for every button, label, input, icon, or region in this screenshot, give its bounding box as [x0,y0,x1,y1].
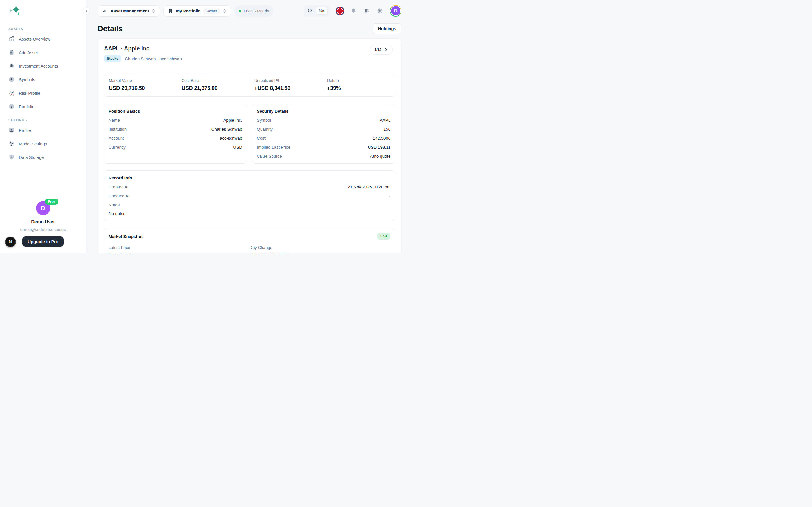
user-name: Demo User [31,219,55,224]
main-content: Asset Management My Portfolio [86,0,406,253]
kv-row-account: Account acc-schwab [109,136,242,140]
app-logo-sparkle-icon[interactable] [7,5,78,18]
sidebar-section-settings: SETTINGS [8,118,78,122]
sidebar-user-block: D Free Demo User demo@codebase.codes Upg… [8,201,78,253]
search-button[interactable]: ⌘K [304,5,329,17]
pagination-control[interactable]: 1/12 [370,45,393,55]
account-avatar-button[interactable]: D [390,5,402,17]
sidebar-nav-settings: Profile Model Settings [8,123,78,164]
user-avatar[interactable]: D Free [36,201,50,215]
kv-row-symbol: Symbol AAPL [257,118,391,122]
plan-badge: Free [45,199,58,205]
chevron-up-down-icon [223,9,226,13]
shield-lock-icon [8,154,15,160]
language-flag-button[interactable] [336,7,344,15]
owner-role-badge: Owner [203,8,220,14]
bank-icon [8,63,15,69]
security-title: AAPL · Apple Inc. [104,45,395,52]
institution-account-subtitle: Charles Schwab · acc-schwab [125,56,182,61]
sidebar-item-model-settings[interactable]: Model Settings [8,137,78,151]
position-detail-card: AAPL · Apple Inc. Stocks Charles Schwab … [98,38,402,253]
security-subtitle-row: Stocks Charles Schwab · acc-schwab [104,55,395,62]
sidebar-section-assets: ASSETS [8,27,78,31]
page-title: Details [98,24,123,33]
notifications-button[interactable] [350,8,357,14]
sidebar-item-label: Symbols [19,77,35,82]
market-snapshot-header: Market Snapshot Live [109,233,391,240]
kv-row-value-source: Value Source Auto quote [257,154,391,159]
snapshot-day-change: Day Change +USD 1.84 (+93%) [250,245,391,253]
kv-row-institution: Institution Charles Schwab [109,127,242,131]
metric-return: Return +39% [322,78,395,91]
holdings-button[interactable]: Holdings [373,23,402,34]
sidebar-item-assets-overview[interactable]: Assets Overview [8,32,78,46]
sidebar-item-profile[interactable]: Profile [8,123,78,137]
workspace-label: Asset Management [110,8,149,13]
sidebar-item-label: Profile [19,128,31,133]
add-asset-icon [8,49,15,55]
account-avatar-initial: D [391,6,401,16]
sidebar-item-label: Investment Accounts [19,64,58,68]
sidebar-item-label: Model Settings [19,142,47,146]
sidebar-item-label: Add Asset [19,50,38,55]
upgrade-to-pro-button[interactable]: Upgrade to Pro [22,236,63,247]
position-basics-card: Position Basics Name Apple Inc. Institut… [104,104,247,164]
nextjs-dev-badge[interactable]: N [5,237,16,247]
security-details-card: Security Details Symbol AAPL Quantity 15… [252,104,395,164]
pagination-counter: 1/12 [374,48,382,52]
topbar-left: Asset Management My Portfolio [98,5,273,17]
record-info-card: Record Info Created At 21 Nov 2025 10:20… [104,170,395,221]
kv-row-currency: Currency USD [109,145,242,150]
person-card-icon [8,127,15,133]
kv-row-updated-at: Updated At - [109,193,391,198]
kv-row-created-at: Created At 21 Nov 2025 10:20 pm [109,184,391,189]
kv-row-notes-label: Notes [109,203,391,207]
page-header: Details Holdings [98,23,402,34]
uk-flag-icon [336,7,344,15]
sidebar-item-portfolio[interactable]: Portfolio [8,100,78,113]
sidebar-item-label: Assets Overview [19,37,50,41]
basics-security-grid: Position Basics Name Apple Inc. Institut… [104,104,395,164]
workspace-select[interactable]: Asset Management [98,5,160,17]
sidebar-item-data-storage[interactable]: Data Storage [8,151,78,164]
sidebar-item-investment-accounts[interactable]: Investment Accounts [8,59,78,73]
sidebar-item-label: Risk Profile [19,91,40,96]
kv-row-quantity: Quantity 150 [257,127,391,131]
gear-icon [377,8,383,14]
app-root: ASSETS Assets Overview [0,0,406,253]
status-label: Local · Ready [244,9,269,13]
building-icon [168,8,173,14]
chevron-left-icon [85,9,88,13]
sidebar-collapse-button[interactable] [83,7,90,14]
live-badge: Live [377,233,391,240]
braces-question-icon: {?} [8,90,15,96]
search-icon [307,8,313,14]
sidebar-item-add-asset[interactable]: Add Asset [8,46,78,59]
detail-card-body: Market Value USD 29,716.50 Cost Basis US… [98,68,401,253]
settings-button[interactable] [377,8,383,14]
metrics-summary-row: Market Value USD 29,716.50 Cost Basis US… [104,74,395,97]
topbar-right: ⌘K [304,5,402,17]
chevron-right-icon [384,48,388,52]
users-icon [363,8,370,14]
search-shortcut-key: ⌘K [316,7,327,14]
sidebar-item-symbols[interactable]: Symbols [8,73,78,86]
market-snapshot-card: Market Snapshot Live Latest Price USD 19… [104,228,395,253]
assets-overview-icon [8,36,15,42]
metric-unrealized-pl: Unrealized P/L +USD 8,341.50 [250,78,322,91]
topbar: Asset Management My Portfolio [98,0,402,17]
detail-card-header: AAPL · Apple Inc. Stocks Charles Schwab … [98,39,401,68]
metric-market-value: Market Value USD 29,716.50 [104,78,177,91]
portfolio-select[interactable]: My Portfolio Owner [163,5,231,17]
sidebar-item-label: Portfolio [19,104,35,109]
market-snapshot-grid: Latest Price USD 198.11 Day Change +USD … [109,245,391,253]
snapshot-latest-price: Latest Price USD 198.11 [109,245,250,253]
sidebar-item-label: Data Storage [19,155,44,160]
users-button[interactable] [363,8,370,14]
sidebar: ASSETS Assets Overview [0,0,86,253]
sidebar-item-risk-profile[interactable]: {?} Risk Profile [8,86,78,100]
gauge-icon [8,103,15,110]
notes-value: No notes [109,211,391,216]
kv-row-name: Name Apple Inc. [109,118,242,122]
sliders-icon [8,140,15,147]
